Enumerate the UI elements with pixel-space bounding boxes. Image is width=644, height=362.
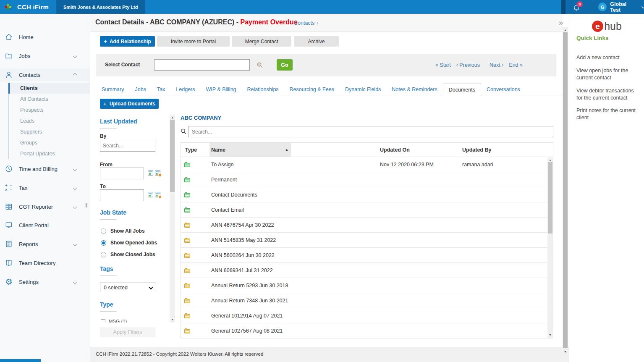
sidebar-item-home[interactable]: Home	[0, 31, 90, 43]
sidebar-subitem-suppliers[interactable]: Suppliers	[0, 126, 90, 137]
go-button[interactable]: Go	[277, 59, 293, 71]
sidebar-subitem-prospects[interactable]: Prospects	[0, 105, 90, 115]
table-row[interactable]: ANN 5600264 Jun 30 2022	[181, 248, 553, 263]
sidebar-subitem-all-contacts[interactable]: All Contacts	[0, 94, 90, 105]
apply-filters-button[interactable]: Apply Filters	[100, 327, 155, 337]
column-header-name[interactable]: Name	[211, 143, 225, 157]
table-row[interactable]: Annual Return 5293 Jun 30 2018	[181, 278, 553, 293]
pagination-start[interactable]: « Start	[435, 62, 451, 68]
tab-ledgers[interactable]: Ledgers	[170, 84, 200, 95]
quick-link-view-open-jobs-for-the-current-contact[interactable]: View open jobs for the current contact	[576, 67, 640, 81]
tab-documents[interactable]: Documents	[443, 84, 481, 96]
breadcrumb[interactable]: Contacts›	[294, 20, 319, 26]
sidebar-item-time-and-billing[interactable]: Time and Billing	[0, 163, 90, 175]
type-filter-option[interactable]: MSG (1)	[101, 319, 127, 323]
tab-relationships[interactable]: Relationships	[242, 84, 284, 95]
sidebar-item-settings[interactable]: ⚙Settings	[0, 275, 90, 288]
sidebar-item-contacts[interactable]: Contacts	[0, 68, 90, 81]
column-header-updated-on[interactable]: Updated On	[380, 143, 410, 157]
pagination-end[interactable]: End »	[509, 62, 523, 68]
tab-wip-billing[interactable]: WIP & Billing	[201, 84, 242, 95]
tab-notes-reminders[interactable]: Notes & Reminders	[386, 84, 442, 95]
sidebar-nav: ClientsAll ContactsProspectsLeadsSupplie…	[0, 14, 90, 362]
scroll-down-icon[interactable]: ▼	[563, 350, 568, 354]
table-row[interactable]: General 1027567 Aug 08 2021	[181, 323, 553, 338]
updated-by-search-input[interactable]	[100, 140, 155, 152]
breadcrumb-link[interactable]: Contacts	[294, 20, 314, 26]
tags-select[interactable]: 0 selected	[100, 283, 156, 292]
table-row[interactable]: Permanent	[181, 172, 553, 187]
sidebar-subitem-clients[interactable]: Clients	[10, 83, 90, 94]
sidebar-subitem-portal-updates[interactable]: Portal Updates	[0, 148, 90, 159]
user-name[interactable]: Global Test	[610, 1, 637, 13]
table-scrollbar[interactable]: ▲ ▼	[547, 157, 553, 338]
quick-link-print-notes-for-the-current-client[interactable]: Print notes for the current client	[576, 107, 640, 121]
documents-search-input[interactable]	[188, 126, 553, 137]
yellow-folder-icon	[184, 269, 190, 273]
table-row[interactable]: ANN 5145835 May 31 2022	[181, 233, 553, 248]
tab-dynamic-fields[interactable]: Dynamic Fields	[340, 84, 386, 95]
upload-documents-button[interactable]: + Upload Documents	[100, 99, 159, 109]
table-row[interactable]: ANN 6069341 Jul 31 2022	[181, 263, 553, 278]
from-clear-date-icon[interactable]	[155, 170, 160, 176]
radio-icon[interactable]	[101, 240, 106, 246]
column-header-updated-by[interactable]: Updated By	[462, 143, 491, 157]
radio-option-show-opened-jobs[interactable]: Show Opened Jobs	[101, 240, 157, 246]
radio-icon[interactable]	[101, 252, 106, 257]
tab-summary[interactable]: Summary	[96, 84, 129, 95]
tab-resourcing-fees[interactable]: Resourcing & Fees	[284, 84, 340, 95]
add-relationship-button[interactable]: +Add Relationship	[100, 36, 155, 47]
table-row[interactable]: ANN 4676754 Apr 30 2022	[181, 218, 553, 233]
sidebar-item-cgt-reporter[interactable]: CGT Reporter	[0, 200, 90, 213]
user-avatar[interactable]: G	[598, 3, 607, 11]
organisation-name[interactable]: Smith Jones & Associates Pty Ltd	[56, 0, 145, 14]
to-clear-date-icon[interactable]	[155, 192, 160, 197]
column-header-type[interactable]: Type	[185, 143, 197, 157]
invite-more-to-portal-button[interactable]: Invite more to Portal	[157, 36, 230, 47]
sidebar-item-team-directory[interactable]: Team Directory	[0, 257, 90, 269]
tab-conversations[interactable]: Conversations	[481, 84, 526, 95]
radio-option-show-closed-jobs[interactable]: Show Closed Jobs	[101, 252, 155, 257]
pagination-next[interactable]: Next ›	[490, 62, 503, 68]
sidebar-item-client-portal[interactable]: Client Portal	[0, 219, 90, 231]
to-date-input[interactable]	[100, 189, 144, 201]
to-calendar-icon[interactable]	[148, 192, 153, 197]
select-contact-input[interactable]	[154, 59, 250, 71]
from-calendar-icon[interactable]	[148, 170, 153, 176]
table-row[interactable]: To AssignNov 12 2020 06:23 PMramana adar…	[181, 157, 553, 172]
table-row[interactable]: Annual Return 7348 Jun 30 2021	[181, 293, 553, 308]
sidebar-item-tax[interactable]: + −× =Tax	[0, 181, 90, 194]
filter-scrollbar[interactable]: ▲ ▼	[170, 115, 175, 323]
tab-tax[interactable]: Tax	[152, 84, 170, 95]
sidebar-item-reports[interactable]: Reports	[0, 238, 90, 250]
archive-button[interactable]: Archive	[294, 36, 339, 47]
filter-scrollbar-thumb[interactable]	[170, 120, 175, 192]
radio-option-show-all-jobs[interactable]: Show All Jobs	[101, 228, 145, 234]
table-row[interactable]: Contact Email	[181, 202, 553, 218]
quick-link-view-debtor-transactions-for-the-current-contact[interactable]: View debtor transactions for the current…	[576, 87, 640, 102]
scroll-up-icon[interactable]: ▲	[563, 28, 568, 32]
merge-contact-button[interactable]: Merge Contact	[232, 36, 291, 47]
checkbox-icon[interactable]	[101, 319, 105, 323]
radio-icon[interactable]	[101, 228, 106, 234]
panel-collapse-icon[interactable]: »	[559, 18, 563, 27]
user-menu-chevron-icon[interactable]	[641, 5, 644, 8]
scroll-down-icon[interactable]: ▼	[170, 317, 175, 322]
main-scrollbar-thumb[interactable]	[563, 32, 568, 348]
sidebar-collapse-icon[interactable]: «	[71, 360, 74, 362]
sidebar-item-jobs[interactable]: Jobs	[0, 50, 90, 62]
quick-link-add-a-new-contact[interactable]: Add a new contact	[576, 54, 640, 61]
contact-search-icon[interactable]	[257, 62, 263, 68]
sidebar-subitem-groups[interactable]: Groups	[0, 137, 90, 148]
table-row[interactable]: General 1012914 Aug 07 2021	[181, 308, 553, 323]
table-row[interactable]: Contact Documents	[181, 187, 553, 202]
table-scrollbar-thumb[interactable]	[548, 162, 552, 233]
tab-jobs[interactable]: Jobs	[129, 84, 151, 95]
scroll-up-icon[interactable]: ▲	[170, 115, 175, 120]
scroll-down-icon[interactable]: ▼	[547, 333, 553, 337]
notifications-button[interactable]: 0	[572, 2, 583, 12]
main-scrollbar[interactable]: ▲ ▼	[563, 27, 568, 355]
from-date-input[interactable]	[100, 168, 144, 179]
pagination-previous[interactable]: ‹ Previous	[456, 62, 480, 68]
sidebar-subitem-leads[interactable]: Leads	[0, 115, 90, 126]
